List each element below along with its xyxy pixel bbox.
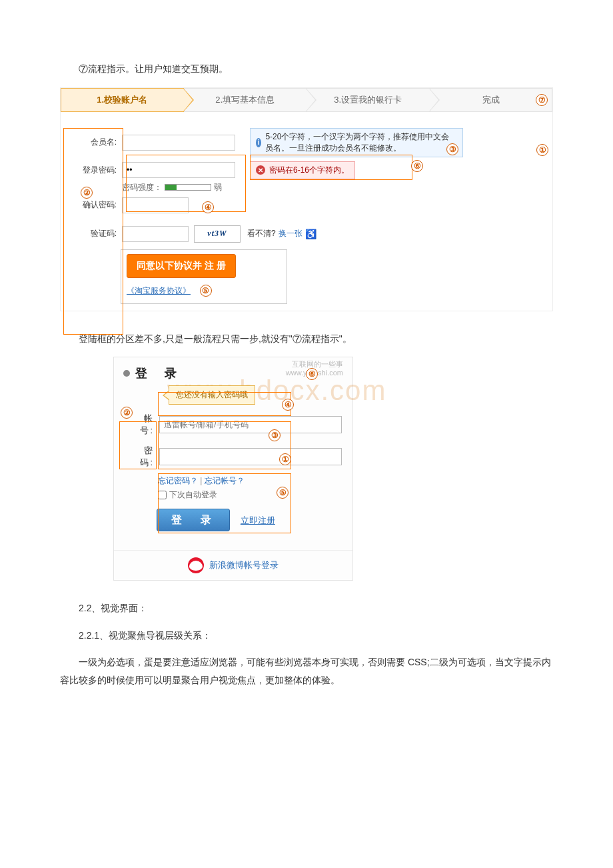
row-password: 登录密码: ✕ 密码在6-16个字符内。 [69,161,544,179]
row-strength: 密码强度： 弱 [69,182,544,193]
mid-paragraph: 登陆框的分区差不多,只是一般流程只需一步,就没有"⑦流程指示"。 [60,330,553,348]
figure-login-box: www.bdocx.com 互联网的一些事 www.yixieshi.com 登… [113,357,353,581]
auto-login-label: 下次自动登录 [169,489,217,501]
label-captcha: 验证码: [69,228,122,239]
captcha-image: vt3W [194,225,241,243]
annotation-1: ① [536,144,548,156]
password-strength-bar [165,184,211,191]
last-paragraph: 一级为必选项，蛋是要注意适应浏览器，可能有些浏览器本身可实现，否则需要 CSS;… [60,653,553,689]
row-captcha: 验证码: vt3W 看不清? 换一张 ♿ [69,225,544,243]
bullet-icon [123,370,130,377]
row-confirm: 确认密码: [69,197,544,213]
label-password: 登录密码: [69,165,122,176]
login-button[interactable]: 登 录 [157,509,230,531]
label-confirm: 确认密码: [69,199,122,211]
annotation-5: ⑤ [200,285,212,297]
step-3[interactable]: 3.设置我的银行卡 [306,88,430,112]
login-links: 忘记密码？ | 忘记帐号？ [114,473,352,488]
annotation-2: ② [81,187,93,199]
row-account: 帐 号: [114,409,352,441]
accessibility-icon[interactable]: ♿ [305,229,316,239]
input-password[interactable] [122,162,235,178]
agreement-link[interactable]: 《淘宝服务协议》 [127,286,191,295]
tooltip-no-password: 您还没有输入密码哦 [169,385,255,405]
row-password: 密 码: [114,441,352,473]
step-2[interactable]: 2.填写基本信息 [184,88,307,112]
auto-login-checkbox[interactable] [158,491,167,499]
captcha-hint-text: 看不清? [247,228,276,239]
weibo-login-link[interactable]: 新浪微博帐号登录 [209,559,279,571]
row-member-name: 会员名: i 5-20个字符，一个汉字为两个字符，推荐使用中文会员名。一旦注册成… [69,128,544,157]
forgot-password-link[interactable]: 忘记密码？ [158,476,198,485]
heading-2-2: 2.2、视觉界面： [60,599,553,617]
submit-group: 同意以下协议并 注 册 《淘宝服务协议》 ⑤ [121,249,287,304]
weibo-login-row: 新浪微博帐号登录 [114,550,352,575]
intro-paragraph: ⑦流程指示。让用户知道交互预期。 [60,60,553,78]
step-4[interactable]: 完成 ⑦ [430,88,553,112]
auto-login-row: 下次自动登录 [114,488,352,506]
tip-member-name: i 5-20个字符，一个汉字为两个字符，推荐使用中文会员名。一旦注册成功会员名不… [250,128,463,157]
input-member[interactable] [122,135,235,151]
annotation-4: ④ [202,201,214,213]
info-icon: i [256,138,261,147]
input-captcha[interactable] [122,226,189,242]
captcha-refresh-link[interactable]: 换一张 [279,228,303,239]
annotation-3: ③ [446,143,458,155]
label-member: 会员名: [69,137,122,148]
figure-registration-form: 互联网的一些事 www.yixieshi.com 1.校验账户名 2.填写基本信… [60,87,553,311]
step-1[interactable]: 1.校验账户名 [61,88,184,112]
input-password[interactable] [159,448,342,465]
weibo-icon [188,557,204,573]
forgot-account-link[interactable]: 忘记帐号？ [205,476,245,485]
heading-2-2-1: 2.2.1、视觉聚焦导视层级关系： [60,627,553,645]
tip-password-error: ✕ 密码在6-16个字符内。 [250,161,355,179]
input-confirm[interactable] [122,197,189,213]
annotation-6: ⑥ [411,160,423,172]
register-button[interactable]: 同意以下协议并 注 册 [127,254,236,278]
annotation-7: ⑦ [536,94,548,106]
progress-steps: 1.校验账户名 2.填写基本信息 3.设置我的银行卡 完成 ⑦ [61,88,552,112]
strength-value: 弱 [214,182,222,193]
error-icon: ✕ [256,165,265,175]
register-link[interactable]: 立即注册 [241,515,275,525]
input-account[interactable] [159,416,342,433]
label-password: 密 码: [125,445,154,469]
